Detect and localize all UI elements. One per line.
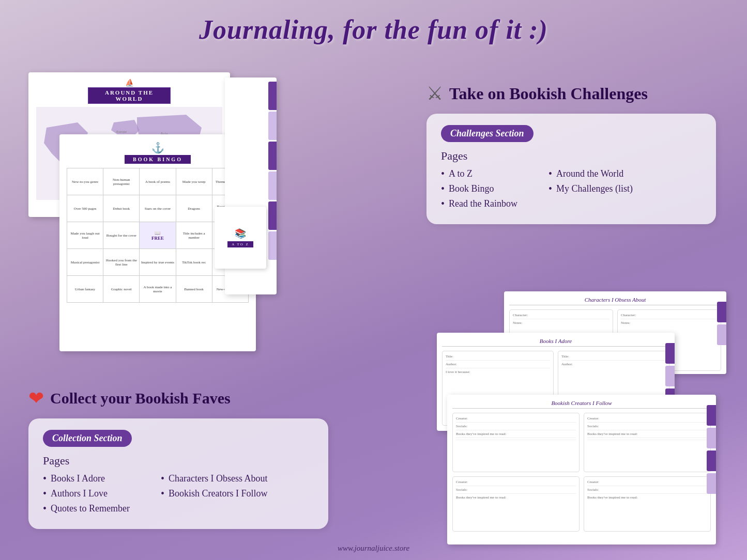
atoz-icon: 📚: [235, 228, 246, 239]
creator-cell-3: Creator: Socials: Books they've inspired…: [452, 476, 580, 531]
bingo-cell: Bought for the cover: [103, 222, 140, 249]
bingo-cell: 📖FREE: [140, 222, 176, 249]
list-item: My Challenges (list): [548, 183, 633, 195]
bingo-cell: Banned book: [176, 276, 212, 303]
bingo-cell: Made you laugh out loud: [67, 222, 103, 249]
chars-tab-2: [717, 324, 726, 345]
list-item: Characters I Obsess About: [161, 473, 268, 485]
collection-col1: Books I AdoreAuthors I LoveQuotes to Rem…: [43, 473, 130, 518]
tab-strip: [268, 77, 277, 260]
bingo-cell: A book of poems: [140, 168, 176, 195]
collection-col2: Characters I Obsess AboutBookish Creator…: [161, 473, 268, 518]
books-tab-1: [665, 343, 675, 364]
challenges-pages-columns: A to ZBook BingoRead the Rainbow Around …: [441, 168, 702, 213]
chars-tabs: [717, 302, 726, 345]
chars-tab-1: [717, 302, 726, 322]
bingo-cell: TikTok book rec: [176, 249, 212, 276]
collect-section: ❤ Collect your Bookish Faves Collection …: [28, 387, 328, 529]
bingo-cell: Non-human protagonist: [103, 168, 140, 195]
bingo-cell: Over 500 pages: [67, 195, 103, 222]
list-item: Books I Adore: [43, 473, 130, 485]
creator-cell-1: Creator: Socials: Books they've inspired…: [452, 413, 580, 472]
creators-tab-1: [707, 405, 716, 426]
list-item: Read the Rainbow: [441, 198, 517, 210]
list-item: Bookish Creators I Follow: [161, 488, 268, 500]
creators-title: Bookish Creators I Follow: [452, 400, 711, 409]
tab-3: [268, 142, 277, 170]
bingo-cell: Title includes a number: [176, 222, 212, 249]
creators-tabs: [707, 405, 716, 494]
tab-2: [268, 112, 277, 140]
swords-icon: ⚔: [426, 83, 443, 104]
list-item: A to Z: [441, 168, 517, 180]
tab-6: [268, 231, 277, 260]
list-item: Authors I Love: [43, 488, 130, 500]
challenges-section: ⚔ Take on Bookish Challenges Challenges …: [426, 83, 716, 224]
books-adore-title: Books I Adore: [442, 338, 669, 347]
bingo-cell: A book made into a movie: [140, 276, 176, 303]
bingo-cell: Inspired by true events: [140, 249, 176, 276]
creators-page: Bookish Creators I Follow Creator: Socia…: [447, 395, 716, 545]
tab-4: [268, 172, 277, 200]
collection-pages-columns: Books I AdoreAuthors I LoveQuotes to Rem…: [43, 473, 314, 518]
bingo-cell: Hooked you from the first line: [103, 249, 140, 276]
challenges-heading: Take on Bookish Challenges: [449, 84, 648, 103]
page-title: Journaling, for the fun of it :): [0, 0, 747, 45]
collect-heading: Collect your Bookish Faves: [50, 390, 231, 407]
footer: www.journaljuice.store: [338, 544, 409, 553]
challenges-label: Challenges Section: [441, 125, 533, 142]
svg-text:Europe: Europe: [116, 130, 127, 134]
journal-pages-left: ⛵ AROUND THE WORLD North America: [28, 72, 277, 300]
creator-cell-2: Creator: Socials: Books they've inspired…: [584, 413, 711, 472]
collection-pages-heading: Pages: [43, 454, 314, 468]
list-item: Quotes to Remember: [43, 503, 130, 515]
wheel-icon: ⚓: [67, 142, 249, 154]
tab-5: [268, 201, 277, 230]
challenges-pages-heading: Pages: [441, 149, 702, 163]
bingo-cell: Urban fantasy: [67, 276, 103, 303]
collection-label: Collection Section: [43, 430, 132, 447]
bingo-cell: Dragons: [176, 195, 212, 222]
creator-cell-4: Creator: Socials: Books they've inspired…: [584, 476, 711, 531]
characters-title: Characters I Obsess About: [509, 297, 721, 305]
bingo-cell: Musical protagonist: [67, 249, 103, 276]
bingo-title: BOOK BINGO: [125, 155, 191, 164]
atoz-title: A TO Z: [227, 241, 253, 247]
challenges-col1: A to ZBook BingoRead the Rainbow: [441, 168, 517, 213]
list-item: Around the World: [548, 168, 633, 180]
books-tab-2: [665, 366, 675, 386]
heart-icon: ❤: [28, 387, 44, 409]
challenges-col2: Around the WorldMy Challenges (list): [548, 168, 633, 213]
atoz-page: 📚 A TO Z: [215, 207, 266, 269]
collection-card: Collection Section Pages Books I AdoreAu…: [28, 418, 328, 529]
bingo-cell: Made you weep: [176, 168, 212, 195]
list-item: Book Bingo: [441, 183, 517, 195]
bingo-cell: Debut book: [103, 195, 140, 222]
journal-pages-right: Characters I Obsess About Character: Not…: [437, 291, 726, 545]
challenges-header: ⚔ Take on Bookish Challenges: [426, 83, 716, 104]
collect-header: ❤ Collect your Bookish Faves: [28, 387, 328, 409]
creators-tab-2: [707, 428, 716, 448]
bingo-cell: New-to-you genre: [67, 168, 103, 195]
challenges-card: Challenges Section Pages A to ZBook Bing…: [426, 114, 716, 224]
creators-tab-3: [707, 450, 716, 471]
bingo-cell: Graphic novel: [103, 276, 140, 303]
around-world-title: AROUND THE WORLD: [88, 87, 171, 104]
creators-grid: Creator: Socials: Books they've inspired…: [452, 413, 711, 532]
bingo-cell: Stars on the cover: [140, 195, 176, 222]
creators-tab-4: [707, 473, 716, 494]
tab-1: [268, 82, 277, 110]
